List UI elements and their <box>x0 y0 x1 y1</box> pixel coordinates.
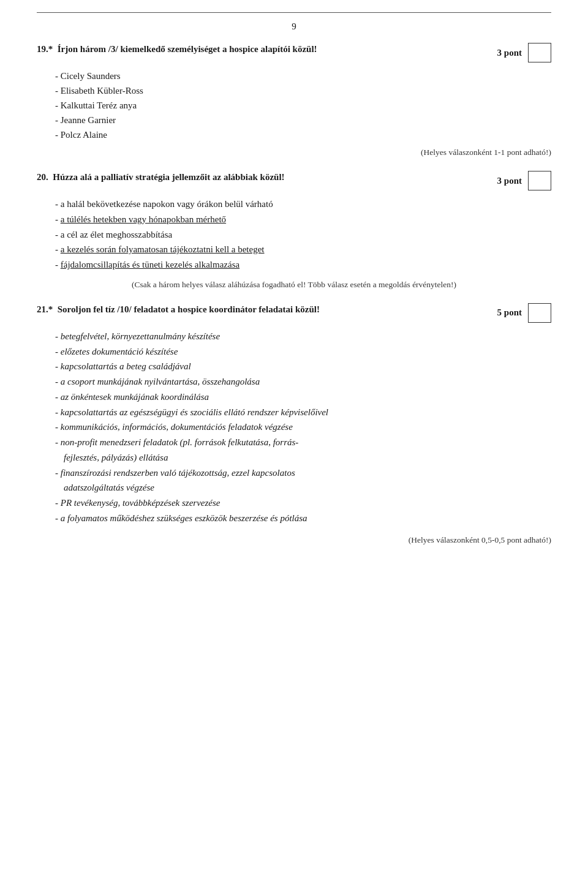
q20-score-box <box>528 171 551 190</box>
q21-answer-11: - a folyamatos működéshez szükséges eszk… <box>55 511 551 526</box>
q19-answer-4: - Jeanne Garnier <box>55 113 551 127</box>
q20-answer-4-underline: a kezelés során folyamatosan tájékoztatn… <box>61 244 265 254</box>
q20-answer-2: - a túlélés hetekben vagy hónapokban mér… <box>55 212 551 227</box>
q21-answer-3: - kapcsolattartás a beteg családjával <box>55 359 551 374</box>
q21-answer-4: - a csoport munkájának nyilvántartása, ö… <box>55 374 551 390</box>
q19-score-box <box>528 43 551 62</box>
q19-answer-2: - Elisabeth Kübler-Ross <box>55 83 551 98</box>
question-20-text: 20. Húzza alá a palliatív stratégia jell… <box>37 171 485 184</box>
q21-answer-9: - finanszírozási rendszerben való tájéko… <box>55 465 551 481</box>
q19-hint-area: (Helyes válaszonként 1-1 pont adható!) <box>37 147 551 157</box>
q19-hint: (Helyes válaszonként 1-1 pont adható!) <box>421 148 551 157</box>
q20-hint-block: (Csak a három helyes válasz aláhúzása fo… <box>37 280 551 290</box>
q20-points-area: 3 pont <box>497 171 551 190</box>
question-19-text: 19.* Írjon három /3/ kiemelkedő személyi… <box>37 43 485 56</box>
page: 9 19.* Írjon három /3/ kiemelkedő személ… <box>0 0 588 896</box>
q20-answers: - a halál bekövetkezése napokon vagy órá… <box>55 197 551 273</box>
q21-answer-8b: fejlesztés, pályázás) ellátása <box>64 450 551 465</box>
q21-answer-6: - kapcsolattartás az egészségügyi és szo… <box>55 405 551 420</box>
q21-answer-8: - non-profit menedzseri feladatok (pl. f… <box>55 435 551 450</box>
q19-label: Írjon három /3/ kiemelkedő személyiséget… <box>58 44 317 54</box>
q20-hint-line2: Több válasz esetén a megoldás érvénytele… <box>308 280 457 289</box>
question-20-header: 20. Húzza alá a palliatív stratégia jell… <box>37 171 551 190</box>
q19-answer-5: - Polcz Alaine <box>55 127 551 142</box>
q21-answer-9b: adatszolgáltatás végzése <box>64 480 551 495</box>
q21-answer-2: - előzetes dokumentáció készítése <box>55 344 551 360</box>
q21-number: 21.* <box>37 304 53 314</box>
q21-label: Soroljon fel tíz /10/ feladatot a hospic… <box>58 304 320 314</box>
question-19-block: 19.* Írjon három /3/ kiemelkedő személyi… <box>37 43 551 157</box>
q21-answer-1: - betegfelvétel, környezettanulmány kész… <box>55 329 551 344</box>
q19-number: 19.* <box>37 44 53 54</box>
q21-answer-5: - az önkéntesek munkájának koordinálása <box>55 390 551 405</box>
question-21-text: 21.* Soroljon fel tíz /10/ feladatot a h… <box>37 303 485 316</box>
q21-answer-7: - kommunikációs, információs, dokumentác… <box>55 420 551 435</box>
top-border <box>37 12 551 13</box>
q21-points-area: 5 pont <box>497 303 551 323</box>
q19-points-area: 3 pont <box>497 43 551 62</box>
q20-points-label: 3 pont <box>497 176 522 186</box>
q20-answer-1: - a halál bekövetkezése napokon vagy órá… <box>55 197 551 212</box>
q19-answer-3: - Kalkuttai Teréz anya <box>55 98 551 113</box>
q20-hint-line1: (Csak a három helyes válasz aláhúzása fo… <box>132 280 306 289</box>
q21-answer-10: - PR tevékenység, továbbképzések szervez… <box>55 495 551 511</box>
q21-hint: (Helyes válaszonként 0,5-0,5 pont adható… <box>409 535 551 544</box>
q19-answer-1: - Cicely Saunders <box>55 69 551 83</box>
page-number: 9 <box>37 21 551 32</box>
q21-score-box <box>528 303 551 323</box>
q20-answer-4: - a kezelés során folyamatosan tájékozta… <box>55 242 551 257</box>
q20-answer-2-underline: a túlélés hetekben vagy hónapokban mérhe… <box>61 214 226 224</box>
q20-number: 20. <box>37 172 48 182</box>
question-21-header: 21.* Soroljon fel tíz /10/ feladatot a h… <box>37 303 551 323</box>
q19-answers: - Cicely Saunders - Elisabeth Kübler-Ros… <box>55 69 551 142</box>
q20-label: Húzza alá a palliatív stratégia jellemző… <box>53 172 284 182</box>
q21-answers: - betegfelvétel, környezettanulmány kész… <box>55 329 551 526</box>
question-19-header: 19.* Írjon három /3/ kiemelkedő személyi… <box>37 43 551 62</box>
q20-answer-5-underline: fájdalomcsillapítás és tüneti kezelés al… <box>61 260 239 269</box>
q21-points-label: 5 pont <box>497 307 522 318</box>
q19-points-label: 3 pont <box>497 48 522 58</box>
question-21-block: 21.* Soroljon fel tíz /10/ feladatot a h… <box>37 303 551 545</box>
q20-answer-5: - fájdalomcsillapítás és tüneti kezelés … <box>55 257 551 273</box>
q21-hint-area: (Helyes válaszonként 0,5-0,5 pont adható… <box>37 535 551 545</box>
question-20-block: 20. Húzza alá a palliatív stratégia jell… <box>37 171 551 290</box>
q20-answer-3: - a cél az élet meghosszabbítása <box>55 227 551 243</box>
